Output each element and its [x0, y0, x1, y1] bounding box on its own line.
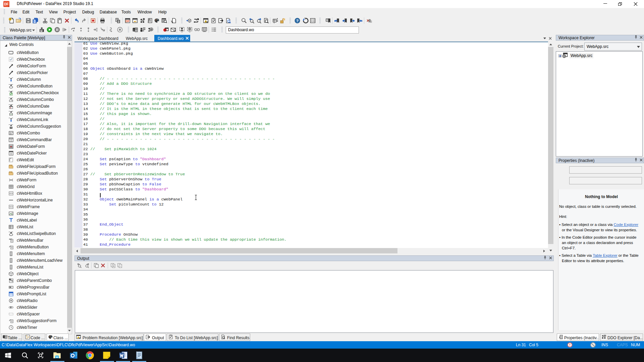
svg-text:DF: DF — [4, 2, 8, 6]
svg-text:DF: DF — [125, 19, 130, 23]
svg-text:?: ? — [296, 18, 299, 23]
